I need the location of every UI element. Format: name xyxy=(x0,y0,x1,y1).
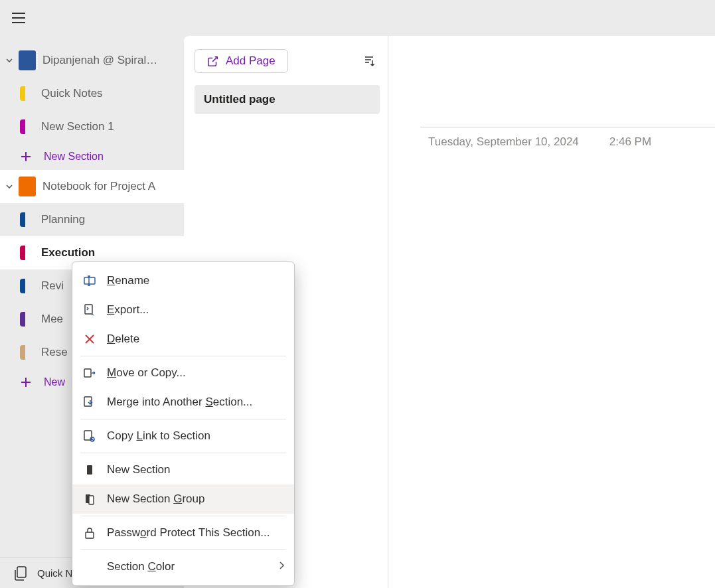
new-section-label: New xyxy=(44,376,65,388)
page-stack-icon xyxy=(15,566,28,581)
svg-rect-9 xyxy=(89,496,94,504)
notebook-icon xyxy=(19,177,36,196)
menu-item-newgroup[interactable]: New Section Group xyxy=(72,484,294,514)
menu-item-label: New Section xyxy=(107,463,285,477)
section-item[interactable]: Quick Notes xyxy=(0,77,184,110)
svg-rect-2 xyxy=(85,305,92,314)
menu-item-move[interactable]: Move or Copy... xyxy=(72,358,294,388)
menu-item-delete[interactable]: Delete xyxy=(72,325,294,354)
section-color-tab xyxy=(20,212,25,227)
menu-item-export[interactable]: Export... xyxy=(72,295,294,325)
add-page-label: Add Page xyxy=(226,54,276,68)
menu-separator xyxy=(80,453,286,453)
svg-rect-1 xyxy=(84,277,95,284)
move-icon xyxy=(82,365,98,381)
svg-rect-10 xyxy=(86,532,94,538)
group-icon xyxy=(82,491,98,507)
chevron-down-icon xyxy=(3,183,16,190)
menu-item-newsection[interactable]: New Section xyxy=(72,455,294,484)
menu-item-label: Merge into Another Section... xyxy=(107,396,285,409)
lock-icon xyxy=(82,525,98,541)
new-section-label: New Section xyxy=(44,151,104,163)
svg-rect-3 xyxy=(84,369,91,377)
rename-icon xyxy=(82,273,98,289)
menu-item-label: New Section Group xyxy=(107,492,285,506)
menu-item-rename[interactable]: Rename xyxy=(72,266,294,295)
page-item[interactable]: Untitled page xyxy=(195,85,380,114)
menu-item-label: Move or Copy... xyxy=(107,366,285,380)
section-color-tab xyxy=(20,345,25,360)
section-label: Revi xyxy=(41,279,64,293)
menu-item-merge[interactable]: Merge into Another Section... xyxy=(72,388,294,417)
chevron-right-icon xyxy=(278,560,285,573)
note-date: Tuesday, September 10, 2024 xyxy=(428,135,579,149)
section-color-tab xyxy=(20,312,25,327)
menu-separator xyxy=(80,550,286,550)
menu-item-label: Copy Link to Section xyxy=(107,429,285,443)
section-label: Rese xyxy=(41,346,68,359)
note-title-input[interactable] xyxy=(420,88,715,127)
svg-rect-7 xyxy=(87,465,92,475)
plus-icon xyxy=(20,376,32,388)
plus-icon xyxy=(20,151,32,163)
section-icon xyxy=(82,462,98,478)
notebook-header[interactable]: Dipanjenah @ Spiral… xyxy=(0,44,184,77)
section-item[interactable]: New Section 1 xyxy=(0,110,184,143)
section-color-tab xyxy=(20,86,25,101)
section-item[interactable]: Planning xyxy=(0,203,184,236)
section-color-tab xyxy=(20,246,25,260)
notebook-title: Notebook for Project A xyxy=(42,180,184,193)
section-label: Quick Notes xyxy=(41,87,103,100)
menu-item-label: Export... xyxy=(107,303,285,317)
note-time: 2:46 PM xyxy=(609,135,651,149)
notebook-title: Dipanjenah @ Spiral… xyxy=(42,54,184,67)
menu-separator xyxy=(80,356,286,356)
titlebar xyxy=(0,0,715,36)
chevron-down-icon xyxy=(3,56,16,64)
compose-icon xyxy=(207,55,219,67)
sort-pages-button[interactable] xyxy=(358,50,380,72)
menu-item-label: Delete xyxy=(107,332,285,346)
new-section-button[interactable]: New Section xyxy=(0,143,184,170)
notebook-icon xyxy=(19,50,36,70)
menu-separator xyxy=(80,419,286,419)
menu-item-copylink[interactable]: Copy Link to Section xyxy=(72,421,294,451)
hamburger-menu-button[interactable] xyxy=(5,5,32,31)
section-context-menu: RenameExport...DeleteMove or Copy...Merg… xyxy=(72,261,295,586)
menu-item-color[interactable]: Section Color xyxy=(72,552,294,581)
svg-rect-0 xyxy=(17,567,26,577)
menu-item-label: Section Color xyxy=(107,560,278,573)
section-label: Mee xyxy=(41,313,63,326)
add-page-button[interactable]: Add Page xyxy=(195,49,288,73)
note-canvas[interactable]: Tuesday, September 10, 2024 2:46 PM xyxy=(388,36,715,588)
section-label: Execution xyxy=(41,246,95,259)
sort-icon xyxy=(363,55,375,67)
menu-item-label: Rename xyxy=(107,274,285,287)
export-icon xyxy=(82,302,98,318)
section-color-tab xyxy=(20,279,25,293)
copylink-icon xyxy=(82,428,98,444)
hamburger-icon xyxy=(12,13,25,23)
merge-icon xyxy=(82,394,98,410)
notebook-header[interactable]: Notebook for Project A xyxy=(0,170,184,203)
menu-item-label: Password Protect This Section... xyxy=(107,526,285,540)
menu-separator xyxy=(80,516,286,516)
section-label: Planning xyxy=(41,213,85,226)
section-label: New Section 1 xyxy=(41,120,114,133)
menu-item-password[interactable]: Password Protect This Section... xyxy=(72,518,294,548)
delete-icon xyxy=(82,331,98,347)
section-color-tab xyxy=(20,119,25,134)
